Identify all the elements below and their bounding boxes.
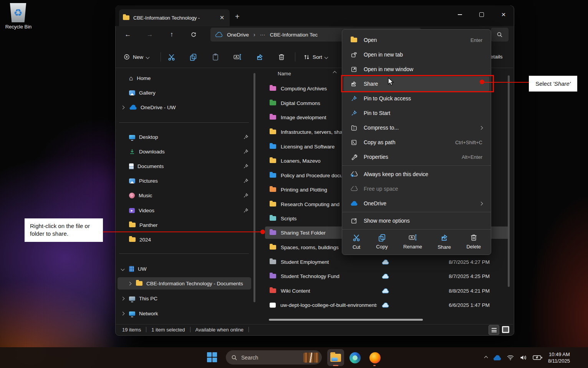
expand-chevron-icon[interactable]	[121, 296, 124, 300]
sidebar-item-network[interactable]: Network	[118, 307, 251, 320]
menu-item-open[interactable]: Open Enter	[344, 33, 489, 47]
minimize-button[interactable]	[451, 8, 469, 21]
volume-icon[interactable]	[520, 355, 527, 361]
new-tab-button[interactable]: +	[235, 12, 240, 21]
rename-command[interactable]: Rename	[403, 233, 422, 250]
cut-button[interactable]	[165, 51, 177, 63]
sidebar-item-uw[interactable]: UW	[118, 263, 251, 275]
sidebar-item-desktop[interactable]: Desktop	[118, 131, 251, 143]
menu-item-always-keep[interactable]: Always keep on this device	[344, 167, 489, 182]
battery-icon[interactable]	[533, 355, 543, 361]
menu-item-open-new-tab[interactable]: Open in new tab	[344, 47, 489, 62]
file-row[interactable]: Student Employment 8/7/2025 4:27 PM	[265, 256, 509, 268]
annotation-dot-right	[480, 80, 484, 84]
scissors-icon	[167, 53, 176, 61]
maximize-button[interactable]	[473, 8, 490, 21]
new-button[interactable]: New	[120, 51, 153, 63]
sort-button[interactable]: Sort	[300, 51, 331, 63]
file-row[interactable]: Wiki Content 8/8/2025 4:21 PM	[265, 285, 509, 296]
recycle-bin-icon[interactable]: ♻	[9, 3, 27, 22]
details-button-fragment[interactable]: etails	[490, 54, 503, 60]
refresh-button[interactable]	[188, 29, 199, 40]
copy-icon	[189, 53, 197, 61]
share-button[interactable]	[253, 51, 266, 63]
sidebar-item-music[interactable]: ♪ Music	[118, 189, 251, 201]
back-button[interactable]: ←	[122, 29, 134, 40]
sidebar-item-panther[interactable]: Panther	[118, 219, 251, 231]
collapse-chevron-icon[interactable]	[121, 267, 124, 271]
sidebar-item-downloads[interactable]: Downloads	[118, 145, 251, 158]
file-row[interactable]: Student Technology Fund 8/7/2025 4:25 PM	[265, 270, 509, 282]
tab-close-icon[interactable]: ✕	[218, 14, 226, 21]
tray-expand-icon[interactable]	[484, 356, 488, 360]
up-button[interactable]: ↑	[166, 29, 177, 40]
breadcrumb-root[interactable]: OneDrive	[227, 32, 249, 38]
onedrive-icon	[129, 105, 137, 110]
column-header-name[interactable]: Name	[278, 71, 291, 77]
menu-item-free-up-space[interactable]: Free up space	[344, 182, 489, 196]
thumbnail-view-icon	[502, 326, 509, 333]
clock[interactable]: 10:49 AM 8/11/2025	[548, 351, 570, 364]
search-icon	[497, 32, 503, 38]
toolbar-divider	[295, 52, 295, 62]
taskbar-firefox[interactable]	[366, 349, 383, 366]
expand-chevron-icon[interactable]	[121, 311, 124, 315]
large-icons-view-toggle[interactable]	[500, 325, 510, 334]
pin-icon	[351, 95, 357, 102]
close-button[interactable]: ×	[495, 8, 512, 21]
copy-button[interactable]	[187, 51, 199, 63]
sidebar-item-gallery[interactable]: Gallery	[118, 87, 251, 99]
shortcut-label: Enter	[470, 37, 482, 43]
menu-item-onedrive[interactable]: OneDrive	[344, 196, 489, 211]
menu-item-properties[interactable]: Properties Alt+Enter	[344, 150, 489, 164]
file-list-scrollbar[interactable]	[508, 75, 510, 287]
status-divider	[146, 327, 146, 332]
menu-item-compress[interactable]: Compress to...	[344, 120, 489, 135]
cut-command[interactable]: Cut	[352, 233, 361, 250]
copy-command[interactable]: Copy	[376, 233, 388, 250]
menu-item-open-new-window[interactable]: Open in new window	[344, 62, 489, 77]
file-row[interactable]: uw-dept-logo-college-of-built-environmen…	[265, 299, 509, 311]
downloads-icon	[129, 148, 135, 155]
menu-item-pin-quick-access[interactable]: Pin to Quick access	[344, 91, 489, 106]
sidebar-item-2024[interactable]: 2024	[118, 233, 251, 246]
delete-command[interactable]: Delete	[466, 233, 481, 250]
delete-button[interactable]	[275, 51, 288, 63]
expand-chevron-icon[interactable]	[128, 281, 131, 285]
expand-chevron-icon[interactable]	[121, 105, 124, 109]
sidebar-item-cbe-documents[interactable]: CBE-Information Technology - Documents	[118, 277, 251, 290]
menu-item-pin-start[interactable]: Pin to Start	[344, 106, 489, 120]
breadcrumb-ellipsis[interactable]: ···	[260, 32, 265, 38]
paste-button[interactable]	[209, 51, 222, 63]
running-indicator	[333, 365, 338, 366]
folder-icon	[270, 144, 276, 149]
rename-button[interactable]	[231, 51, 243, 63]
onedrive-tray-icon[interactable]	[493, 355, 501, 361]
breadcrumb-current[interactable]: CBE-Information Tec	[270, 32, 318, 38]
wifi-icon[interactable]	[507, 355, 514, 361]
search-button[interactable]	[491, 28, 508, 42]
forward-button[interactable]: →	[144, 29, 156, 40]
pin-icon	[243, 208, 249, 213]
menu-item-show-more-options[interactable]: Show more options	[344, 213, 489, 228]
horizontal-scrollbar[interactable]	[269, 319, 423, 321]
details-view-toggle[interactable]	[489, 325, 499, 335]
sidebar-scrollbar[interactable]	[253, 73, 255, 302]
taskbar-file-explorer[interactable]	[327, 349, 344, 366]
sidebar-item-videos[interactable]: ▶ Videos	[118, 204, 251, 216]
share-command[interactable]: Share	[437, 233, 451, 250]
folder-icon	[270, 288, 276, 293]
taskbar-search[interactable]: Search	[226, 350, 322, 365]
videos-icon: ▶	[129, 208, 135, 213]
explorer-tab[interactable]: CBE-Information Technology - ✕	[119, 9, 230, 26]
menu-item-copy-as-path[interactable]: Copy as path Ctrl+Shift+C	[344, 135, 489, 150]
sidebar-item-home[interactable]: ⌂ Home	[118, 72, 251, 84]
copy-path-icon	[351, 139, 357, 146]
sidebar-item-documents[interactable]: Documents	[118, 160, 251, 172]
sidebar-item-pictures[interactable]: Pictures	[118, 175, 251, 187]
sidebar-item-this-pc[interactable]: This PC	[118, 292, 251, 305]
this-pc-icon	[129, 296, 135, 301]
sidebar-item-onedrive-uw[interactable]: OneDrive - UW	[118, 101, 251, 113]
taskbar-edge[interactable]	[346, 349, 363, 366]
start-button[interactable]	[207, 352, 217, 362]
